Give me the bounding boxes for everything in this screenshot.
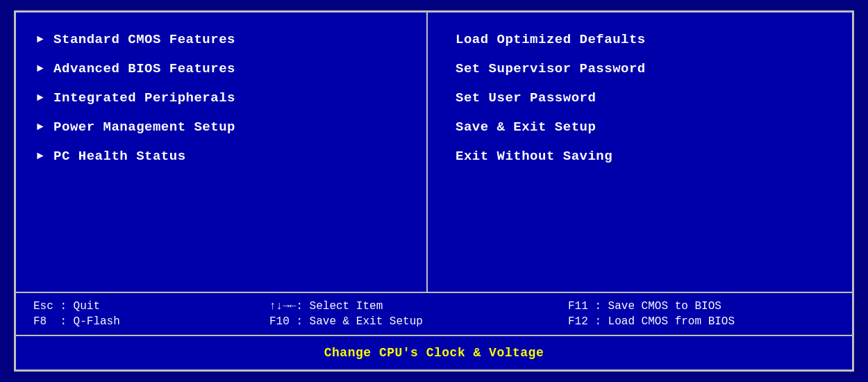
bottom-keys: Esc : Quit ↑↓→←: Select Item F11 : Save … [16,293,852,336]
key-f8: F8 : Q-Flash [33,315,269,328]
menu-item-set-user[interactable]: Set User Password [456,83,824,113]
left-panel: ► Standard CMOS Features ► Advanced BIOS… [16,13,428,292]
menu-item-load-optimized[interactable]: Load Optimized Defaults [456,25,824,54]
menu-item-integrated-peripherals[interactable]: ► Integrated Peripherals [37,83,406,113]
arrow-icon-3: ► [37,92,44,104]
menu-item-power-management[interactable]: ► Power Management Setup [37,113,406,142]
menu-item-save-exit[interactable]: Save & Exit Setup [456,113,824,142]
key-f10: F10 : Save & Exit Setup [269,315,568,328]
main-content: ► Standard CMOS Features ► Advanced BIOS… [16,13,852,293]
menu-item-exit-without-saving[interactable]: Exit Without Saving [456,142,824,171]
menu-item-pc-health[interactable]: ► PC Health Status [37,142,406,171]
arrow-icon-5: ► [37,150,44,163]
key-f12: F12 : Load CMOS from BIOS [568,315,835,328]
key-esc: Esc : Quit [33,300,269,313]
arrow-icon-2: ► [37,63,44,75]
arrow-icon-4: ► [37,121,44,133]
key-arrows: ↑↓→←: Select Item [269,300,568,313]
key-f11: F11 : Save CMOS to BIOS [568,300,835,313]
menu-item-advanced-bios[interactable]: ► Advanced BIOS Features [37,54,406,83]
status-bar: Change CPU's Clock & Voltage [16,336,852,369]
arrow-icon-1: ► [37,33,44,46]
menu-item-standard-cmos[interactable]: ► Standard CMOS Features [37,25,406,54]
bios-window: ► Standard CMOS Features ► Advanced BIOS… [14,10,854,372]
menu-item-set-supervisor[interactable]: Set Supervisor Password [456,54,824,83]
keys-row-2: F8 : Q-Flash F10 : Save & Exit Setup F12… [33,315,835,328]
right-panel: Load Optimized Defaults Set Supervisor P… [428,13,852,292]
keys-row-1: Esc : Quit ↑↓→←: Select Item F11 : Save … [33,300,835,313]
